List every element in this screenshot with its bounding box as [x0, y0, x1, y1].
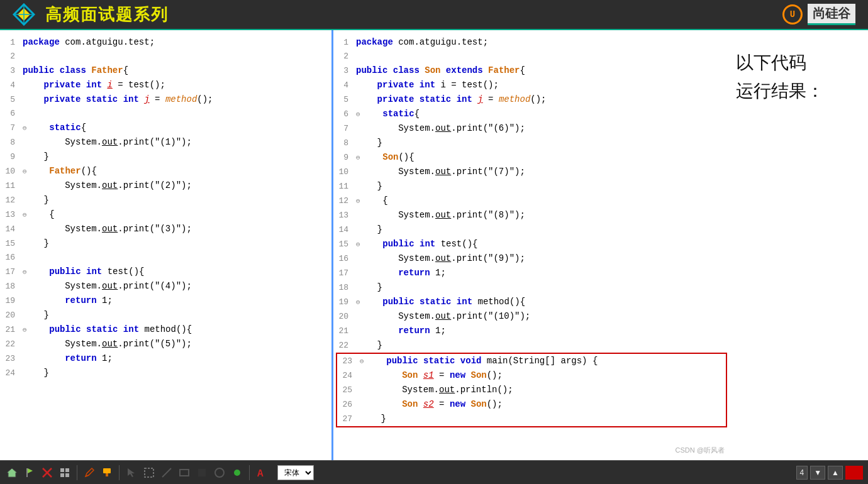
table-row: 12⊖ {: [333, 194, 730, 208]
table-row: 16 System.out.print("(9)");: [333, 251, 730, 266]
table-row: 18 }: [333, 280, 730, 295]
main-method-redbox: 23⊖ public static void main(String[] arg…: [336, 353, 727, 427]
taskbar-pencil-icon[interactable]: [82, 466, 96, 480]
table-row: 14 System.out.print("(3)");: [0, 222, 331, 236]
table-row: 19⊖ public static int method(){: [333, 295, 730, 309]
taskbar-circle-icon[interactable]: [213, 466, 226, 480]
table-row: 9⊖ Son(){: [333, 150, 730, 165]
table-row: 8 }: [333, 136, 730, 150]
table-row: 17 return 1;: [333, 266, 730, 280]
table-row: 19 return 1;: [0, 294, 331, 308]
taskbar-line-icon[interactable]: [160, 466, 174, 480]
svg-point-23: [215, 468, 224, 477]
logo-diamond-icon: [13, 3, 35, 26]
table-row: 24 Son s1 = new Son();: [337, 368, 726, 383]
font-size-btn[interactable]: 4: [796, 466, 808, 480]
table-row: 17⊖ public int test(){: [0, 265, 331, 279]
taskbar-grid-icon[interactable]: [58, 466, 72, 480]
brand-text: 尚硅谷: [808, 4, 855, 25]
taskbar: A 宋体 4 ▼ ▲: [0, 460, 868, 484]
main-content: 1package com.atguigu.test;23public class…: [0, 30, 868, 460]
svg-rect-13: [65, 473, 69, 477]
table-row: 26 Son s2 = new Son();: [337, 397, 726, 412]
font-size-up-btn[interactable]: ▲: [828, 466, 843, 480]
table-row: 13⊖ {: [0, 207, 331, 222]
taskbar-flag-icon[interactable]: [23, 466, 36, 480]
font-selector[interactable]: 宋体: [277, 465, 314, 480]
watermark-csdn: CSDN @听风者: [676, 446, 725, 455]
taskbar-home-icon[interactable]: [5, 466, 19, 480]
table-row: 1package com.atguigu.test;: [0, 35, 331, 50]
taskbar-cursor-icon[interactable]: [125, 466, 138, 480]
table-row: 21⊖ public static int method(){: [0, 322, 331, 337]
taskbar-square-icon[interactable]: [195, 466, 209, 480]
table-row: 15⊖ public int test(){: [333, 237, 730, 251]
left-code-lines: 1package com.atguigu.test;23public class…: [0, 35, 331, 380]
table-row: 20 System.out.print("(10)");: [333, 309, 730, 324]
taskbar-right-controls: 4 ▼ ▲: [796, 466, 863, 480]
taskbar-red-btn[interactable]: [845, 466, 863, 480]
svg-rect-11: [65, 468, 69, 472]
svg-rect-10: [60, 468, 64, 472]
svg-marker-5: [7, 468, 17, 477]
table-row: 2: [333, 50, 730, 63]
table-row: 14 }: [333, 223, 730, 237]
font-size-down-btn[interactable]: ▼: [810, 466, 825, 480]
table-row: 23⊖ public static void main(String[] arg…: [337, 354, 726, 368]
svg-rect-19: [145, 468, 153, 477]
table-row: 3public class Son extends Father{: [333, 63, 730, 78]
left-code-panel: 1package com.atguigu.test;23public class…: [0, 30, 333, 460]
table-row: 5 private static int j = method();: [0, 92, 331, 107]
table-row: 10 System.out.print("(7)");: [333, 165, 730, 179]
table-row: 24 }: [0, 366, 331, 380]
svg-text:A: A: [257, 468, 264, 478]
taskbar-sep2: [119, 465, 120, 480]
table-row: 15 }: [0, 236, 331, 251]
table-row: 11 }: [333, 179, 730, 194]
svg-rect-21: [180, 470, 189, 476]
brand-circle-icon: U: [782, 4, 803, 25]
table-row: 18 System.out.print("(4)");: [0, 279, 331, 294]
taskbar-dot-icon[interactable]: [230, 466, 244, 480]
table-row: 13 System.out.print("(8)");: [333, 208, 730, 223]
table-row: 9 }: [0, 150, 331, 164]
table-row: 3public class Father{: [0, 63, 331, 78]
table-row: 25 System.out.println();: [337, 383, 726, 397]
taskbar-select-icon[interactable]: [142, 466, 156, 480]
svg-rect-17: [106, 473, 108, 476]
table-row: 8 System.out.print("(1)");: [0, 135, 331, 150]
table-row: 10⊖ Father(){: [0, 164, 331, 179]
table-row: 20 }: [0, 308, 331, 322]
taskbar-sep3: [249, 465, 250, 480]
taskbar-rect-icon[interactable]: [177, 466, 191, 480]
svg-rect-16: [103, 468, 111, 473]
table-row: 22 }: [333, 338, 730, 353]
table-row: 2: [0, 50, 331, 63]
right-code-lines: 1package com.atguigu.test;23public class…: [333, 35, 730, 427]
svg-rect-6: [26, 468, 28, 477]
svg-line-20: [162, 468, 171, 477]
taskbar-x-icon[interactable]: [40, 466, 54, 480]
table-row: 7 System.out.print("(6)");: [333, 121, 730, 136]
header-bar: 高频面试题系列 U 尚硅谷: [0, 0, 868, 30]
annotation-text: 以下代码运行结果：: [736, 49, 824, 106]
table-row: 6: [0, 107, 331, 121]
header-title: 高频面试题系列: [45, 4, 169, 26]
taskbar-brush-icon[interactable]: [100, 466, 114, 480]
table-row: 23 return 1;: [0, 351, 331, 366]
table-row: 12 }: [0, 193, 331, 207]
table-row: 5 private static int j = method();: [333, 92, 730, 107]
table-row: 16: [0, 251, 331, 265]
taskbar-sep1: [77, 465, 77, 480]
table-row: 21 return 1;: [333, 324, 730, 338]
right-code-panel: 1package com.atguigu.test;23public class…: [333, 30, 730, 460]
table-row: 4 private int i = test();: [0, 78, 331, 92]
table-row: 11 System.out.print("(2)");: [0, 179, 331, 193]
taskbar-text-icon[interactable]: A: [255, 466, 269, 480]
table-row: 27 }: [337, 412, 726, 426]
svg-marker-18: [128, 468, 135, 477]
svg-rect-22: [198, 469, 206, 476]
right-annotation: 以下代码运行结果：: [730, 30, 868, 460]
table-row: 1package com.atguigu.test;: [333, 35, 730, 50]
svg-marker-14: [86, 468, 94, 476]
